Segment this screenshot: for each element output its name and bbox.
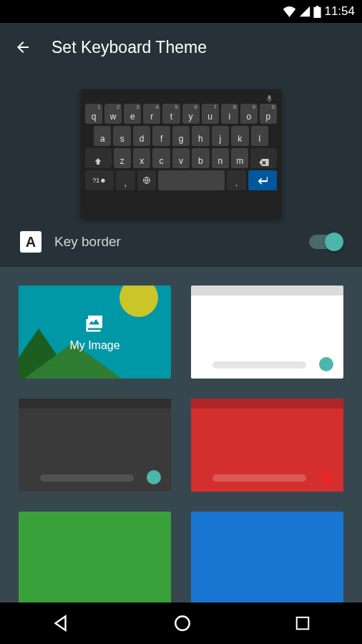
battery-icon: [313, 6, 321, 18]
key-j: j: [212, 126, 229, 146]
key-m: m: [231, 148, 248, 168]
theme-dark[interactable]: [19, 399, 171, 492]
key-c: c: [152, 148, 170, 168]
nav-recent-icon[interactable]: [295, 615, 310, 631]
key-space: [158, 170, 225, 190]
svg-point-1: [175, 616, 190, 630]
key-a: a: [94, 126, 111, 146]
keyboard-row-2: asdfghjkl: [85, 126, 277, 146]
svg-rect-2: [297, 618, 309, 630]
theme-my-image[interactable]: My Image: [19, 286, 171, 379]
theme-light[interactable]: [191, 286, 343, 379]
theme-green[interactable]: [19, 512, 171, 605]
key-l: l: [251, 126, 268, 146]
key-u: 7u: [202, 104, 219, 124]
page-title: Set Keyboard Theme: [52, 38, 207, 57]
back-icon[interactable]: [14, 39, 31, 56]
key-s: s: [113, 126, 130, 146]
key-v: v: [172, 148, 190, 168]
keyboard-preview: 1q2w3e4r5t6y7u8i9o0p asdfghjkl zxcvbnm ?…: [81, 89, 281, 218]
status-bar: 11:54: [0, 0, 362, 23]
keyboard-row-4: ?1☻,.: [85, 170, 277, 190]
nav-home-icon[interactable]: [173, 614, 192, 633]
key-enter: [248, 170, 277, 190]
key-i: 8i: [221, 104, 238, 124]
mic-icon: [266, 95, 273, 102]
nav-back-icon[interactable]: [52, 614, 70, 633]
keyboard-row-1: 1q2w3e4r5t6y7u8i9o0p: [85, 104, 277, 124]
keyboard-row-3: zxcvbnm: [85, 148, 277, 168]
key-g: g: [172, 126, 190, 146]
key-x: x: [133, 148, 150, 168]
key-globe: [137, 170, 157, 190]
preview-section: 1q2w3e4r5t6y7u8i9o0p asdfghjkl zxcvbnm ?…: [0, 72, 362, 267]
key-h: h: [192, 126, 209, 146]
key-border-label: Key border: [54, 234, 296, 250]
themes-grid[interactable]: My Image: [0, 267, 362, 606]
key-comma: ,: [116, 170, 135, 190]
clock: 11:54: [324, 4, 355, 19]
wifi-icon: [283, 6, 296, 17]
theme-my-image-label: My Image: [69, 339, 119, 352]
key-p: 0p: [260, 104, 277, 124]
key-z: z: [114, 148, 131, 168]
key-e: 3e: [124, 104, 141, 124]
key-border-toggle-row: A Key border: [0, 218, 362, 253]
key-d: d: [133, 126, 150, 146]
key-t: 5t: [162, 104, 180, 124]
key-backspace: [250, 148, 277, 168]
key-period: .: [227, 170, 246, 190]
cell-signal-icon: [299, 6, 310, 17]
theme-red[interactable]: [191, 399, 343, 492]
key-symbols: ?1☻: [85, 170, 114, 190]
key-border-icon: A: [20, 231, 41, 253]
key-border-switch[interactable]: [309, 235, 342, 249]
image-stack-icon: [84, 312, 106, 333]
key-f: f: [152, 126, 170, 146]
theme-blue[interactable]: [191, 512, 343, 605]
app-bar: Set Keyboard Theme: [0, 23, 362, 72]
key-b: b: [192, 148, 209, 168]
key-r: 4r: [143, 104, 160, 124]
nav-bar: [0, 602, 362, 644]
key-q: 1q: [85, 104, 102, 124]
key-k: k: [231, 126, 248, 146]
key-y: 6y: [182, 104, 200, 124]
key-o: 9o: [240, 104, 258, 124]
key-shift: [85, 148, 112, 168]
key-n: n: [212, 148, 229, 168]
key-w: 2w: [104, 104, 122, 124]
